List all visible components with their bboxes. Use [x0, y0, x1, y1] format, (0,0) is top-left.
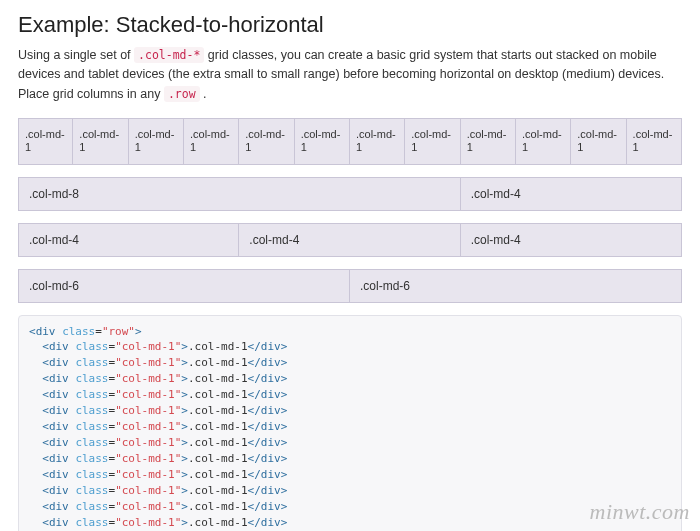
grid-cell-md1: .col-md-1 — [239, 118, 294, 164]
grid-cell-md4: .col-md-4 — [239, 223, 460, 257]
code-col-md-star: .col-md-* — [134, 47, 204, 63]
grid-cell-md1: .col-md-1 — [350, 118, 405, 164]
grid-cell-md1: .col-md-1 — [184, 118, 239, 164]
grid-cell-md1: .col-md-1 — [295, 118, 350, 164]
grid-cell-md1: .col-md-1 — [18, 118, 73, 164]
code-sample: <div class="row"> <div class="col-md-1">… — [18, 315, 682, 532]
grid-cell-md1: .col-md-1 — [461, 118, 516, 164]
grid-cell-md1: .col-md-1 — [571, 118, 626, 164]
desc-text: Using a single set of — [18, 48, 134, 62]
grid-row-8-4: .col-md-8 .col-md-4 — [18, 177, 682, 211]
grid-cell-md8: .col-md-8 — [18, 177, 461, 211]
grid-row-12x1: .col-md-1 .col-md-1 .col-md-1 .col-md-1 … — [18, 118, 682, 164]
grid-cell-md4: .col-md-4 — [461, 177, 682, 211]
page-title: Example: Stacked-to-horizontal — [18, 12, 682, 38]
grid-cell-md1: .col-md-1 — [405, 118, 460, 164]
grid-cell-md4: .col-md-4 — [18, 223, 239, 257]
code-row: .row — [164, 86, 200, 102]
grid-cell-md1: .col-md-1 — [73, 118, 128, 164]
grid-cell-md4: .col-md-4 — [461, 223, 682, 257]
grid-cell-md6: .col-md-6 — [350, 269, 682, 303]
desc-text: . — [200, 87, 207, 101]
grid-cell-md1: .col-md-1 — [129, 118, 184, 164]
grid-cell-md1: .col-md-1 — [516, 118, 571, 164]
grid-cell-md6: .col-md-6 — [18, 269, 350, 303]
grid-row-4-4-4: .col-md-4 .col-md-4 .col-md-4 — [18, 223, 682, 257]
grid-row-6-6: .col-md-6 .col-md-6 — [18, 269, 682, 303]
grid-cell-md1: .col-md-1 — [627, 118, 682, 164]
description-paragraph: Using a single set of .col-md-* grid cla… — [18, 46, 682, 104]
